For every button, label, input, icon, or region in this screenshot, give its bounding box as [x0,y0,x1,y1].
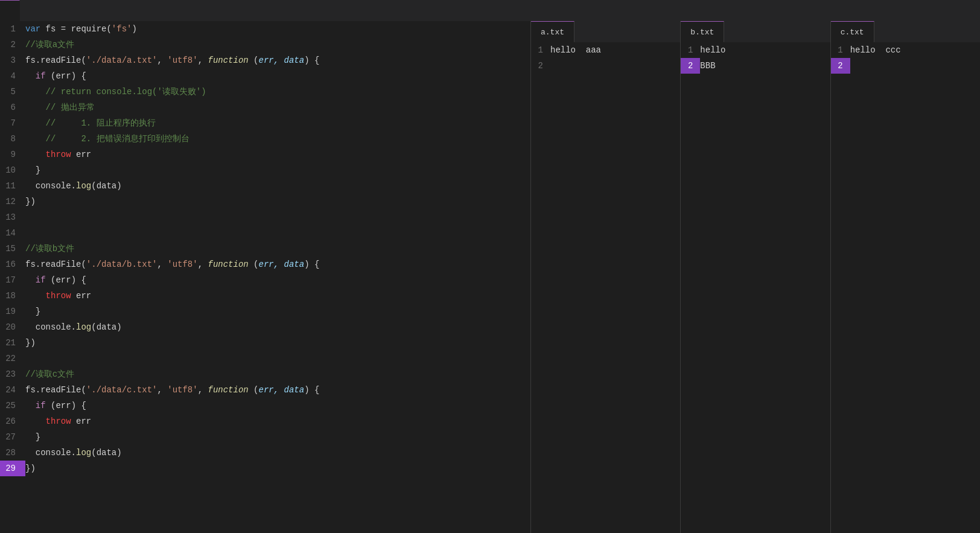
line-number: 19 [0,304,25,319]
side-content-2[interactable]: 1hello ccc2 [831,42,980,533]
line-number: 12 [0,194,25,209]
side-tab-a.txt[interactable]: a.txt [531,21,574,42]
side-code-line: 1hello aaa [531,42,680,58]
code-line-13: 13 [0,209,530,225]
line-number: 25 [0,398,25,413]
line-number: 15 [0,241,25,257]
code-line-15: 15//读取b文件 [0,241,530,257]
line-number: 20 [0,319,25,335]
line-content [25,225,530,241]
code-line-21: 21}) [0,335,530,351]
line-number: 7 [0,115,25,131]
line-content [25,209,530,225]
line-number: 13 [0,209,25,225]
main-editor[interactable]: 1var fs = require('fs')2//读取a文件3fs.readF… [0,21,531,533]
side-content-1[interactable]: 1hello2BBB [681,42,830,533]
code-line-9: 9 throw err [0,147,530,162]
side-tab-c.txt[interactable]: c.txt [831,21,874,42]
line-content: fs.readFile('./data/a.txt', 'utf8', func… [25,53,530,68]
line-number: 3 [0,53,25,68]
side-content-0[interactable]: 1hello aaa2 [531,42,680,533]
line-content [25,351,530,366]
tab-callback-hell[interactable] [0,0,20,21]
code-line-22: 22 [0,351,530,366]
line-number: 29 [0,461,25,476]
code-line-28: 28 console.log(data) [0,445,530,461]
code-line-17: 17 if (err) { [0,272,530,288]
line-number: 9 [0,147,25,162]
line-number: 16 [0,257,25,272]
code-line-12: 12}) [0,194,530,209]
side-tab-bar-2: c.txt [831,21,980,42]
code-line-7: 7 // 1. 阻止程序的执行 [0,115,530,131]
line-number: 8 [0,131,25,147]
line-number: 6 [0,100,25,115]
line-content: } [25,162,530,178]
code-line-23: 23//读取c文件 [0,366,530,382]
line-number: 2 [0,37,25,53]
line-content: } [25,304,530,319]
code-line-10: 10 } [0,162,530,178]
line-number: 10 [0,162,25,178]
line-content: if (err) { [25,68,530,84]
code-line-4: 4 if (err) { [0,68,530,84]
code-line-18: 18 throw err [0,288,530,304]
code-line-16: 16fs.readFile('./data/b.txt', 'utf8', fu… [0,257,530,272]
code-line-29: 29}) [0,461,530,476]
line-content: //读取c文件 [25,366,530,382]
side-code-line: 2 [531,58,680,74]
code-lines: 1var fs = require('fs')2//读取a文件3fs.readF… [0,21,530,476]
side-code-line: 1hello ccc [831,42,980,58]
line-number: 14 [0,225,25,241]
side-editor-b-txt: b.txt1hello2BBB [681,21,830,533]
side-line-number: 2 [831,58,850,74]
side-tab-bar-1: b.txt [681,21,830,42]
line-content: fs.readFile('./data/b.txt', 'utf8', func… [25,257,530,272]
line-content: // 抛出异常 [25,100,530,115]
line-number: 17 [0,272,25,288]
side-line-number: 1 [531,42,550,58]
line-number: 22 [0,351,25,366]
side-line-number: 2 [531,58,550,74]
line-content: // 1. 阻止程序的执行 [25,115,530,131]
line-content: }) [25,461,530,476]
line-content: throw err [25,147,530,162]
side-panels: a.txt1hello aaa2 b.txt1hello2BBBc.txt1he… [531,21,980,533]
line-number: 18 [0,288,25,304]
code-line-8: 8 // 2. 把错误消息打印到控制台 [0,131,530,147]
code-line-26: 26 throw err [0,413,530,429]
side-line-number: 1 [681,42,700,58]
line-number: 4 [0,68,25,84]
side-line-content: hello [700,42,830,58]
side-line-content: BBB [700,58,830,74]
side-line-number: 2 [681,58,700,74]
line-content: // 2. 把错误消息打印到控制台 [25,131,530,147]
code-line-5: 5 // return console.log('读取失败') [0,84,530,100]
line-number: 1 [0,21,25,37]
line-number: 23 [0,366,25,382]
side-code-line: 2BBB [681,58,830,74]
line-content: fs.readFile('./data/c.txt', 'utf8', func… [25,382,530,398]
code-line-20: 20 console.log(data) [0,319,530,335]
code-line-24: 24fs.readFile('./data/c.txt', 'utf8', fu… [0,382,530,398]
code-line-11: 11 console.log(data) [0,178,530,194]
side-tab-b.txt[interactable]: b.txt [681,21,724,42]
line-number: 26 [0,413,25,429]
code-line-19: 19 } [0,304,530,319]
side-tab-bar-0: a.txt [531,21,680,42]
line-content: throw err [25,288,530,304]
line-number: 27 [0,429,25,445]
line-content: var fs = require('fs') [25,21,530,37]
line-content: }) [25,335,530,351]
code-line-25: 25 if (err) { [0,398,530,413]
line-number: 5 [0,84,25,100]
line-content: // return console.log('读取失败') [25,84,530,100]
line-content: //读取a文件 [25,37,530,53]
line-number: 21 [0,335,25,351]
line-content: if (err) { [25,398,530,413]
line-number: 28 [0,445,25,461]
side-line-content: hello ccc [850,42,980,58]
code-line-2: 2//读取a文件 [0,37,530,53]
editors-container: 1var fs = require('fs')2//读取a文件3fs.readF… [0,21,980,533]
side-line-content: hello aaa [550,42,680,58]
